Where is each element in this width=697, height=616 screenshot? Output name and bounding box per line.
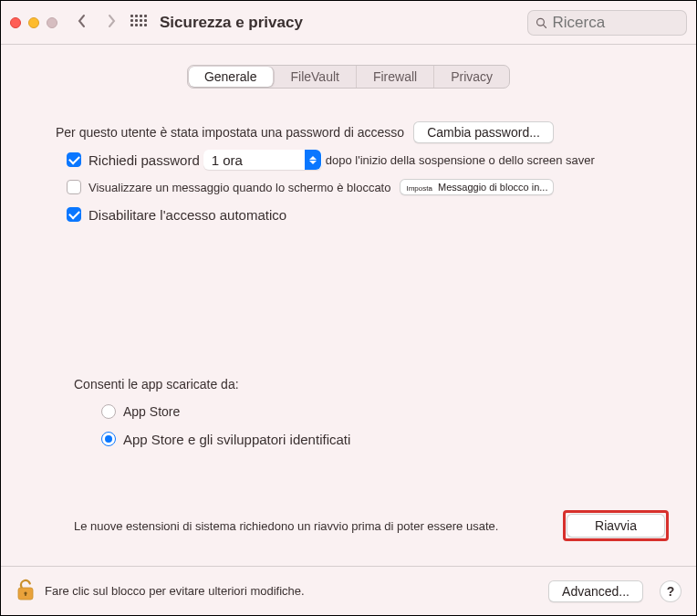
allow-apps-heading: Consenti le app scaricate da: [74,377,239,392]
login-password-section: Per questo utente è stata impostata una … [28,116,669,231]
show-all-prefs-button[interactable] [130,15,147,31]
require-password-delay-popup[interactable]: 1 ora [203,150,322,170]
preferences-window: Sicurezza e privacy Generale FileVault F… [0,0,697,616]
tab-filevault[interactable]: FileVault [275,66,357,88]
password-set-row: Per questo utente è stata impostata una … [28,121,669,143]
search-icon [536,16,546,29]
restart-row: Le nuove estensioni di sistema richiedon… [28,510,669,541]
disable-auto-login-label: Disabilitare l'accesso automatico [88,207,286,223]
window-controls [10,17,57,28]
back-button[interactable] [76,14,88,31]
fullscreen-window-button[interactable] [47,17,57,28]
allow-apps-section: Consenti le app scaricate da: App Store … [28,368,669,455]
close-window-button[interactable] [10,17,21,28]
forward-button[interactable] [105,14,118,31]
set-lock-message-prefix: Imposta [406,184,432,193]
bottom-bar: Fare clic sul blocco per evitare ulterio… [1,566,696,615]
allow-apps-appstore-radio[interactable] [101,404,116,419]
titlebar: Sicurezza e privacy [1,1,696,45]
allow-apps-identified-label: App Store e gli sviluppatori identificat… [123,432,350,447]
require-password-label: Richiedi password [88,152,200,168]
search-field-container[interactable] [527,10,687,36]
require-password-checkbox[interactable] [67,152,81,167]
restart-highlight-box: Riavvia [563,510,669,541]
show-lock-message-row: Visualizzare un messaggio quando lo sche… [28,176,669,198]
change-password-button[interactable]: Cambia password... [413,121,554,143]
set-lock-message-text: Messaggio di blocco in... [438,182,547,193]
lock-button[interactable] [16,578,36,604]
require-password-suffix: dopo l'inizio della sospensione o dello … [326,153,595,167]
password-set-text: Per questo utente è stata impostata una … [56,125,404,140]
tab-firewall[interactable]: Firewall [357,66,434,88]
restart-button[interactable]: Riavvia [567,514,665,538]
set-lock-message-button[interactable]: Imposta Messaggio di blocco in... [400,179,554,195]
unlocked-lock-icon [16,578,36,601]
chevron-left-icon [76,14,88,28]
show-lock-message-label: Visualizzare un messaggio quando lo sche… [88,181,390,194]
require-password-row: Richiedi password 1 ora dopo l'inizio de… [28,149,669,171]
svg-rect-4 [25,593,26,596]
content-area: Generale FileVault Firewall Privacy Per … [1,45,696,566]
popup-stepper-icon [305,150,321,170]
allow-apps-identified-radio[interactable] [101,432,116,446]
show-lock-message-checkbox[interactable] [67,180,81,194]
minimize-window-button[interactable] [28,17,39,28]
disable-auto-login-checkbox[interactable] [67,207,81,222]
nav-arrows [76,14,118,31]
disable-auto-login-row: Disabilitare l'accesso automatico [28,204,669,225]
tab-bar: Generale FileVault Firewall Privacy [187,65,510,89]
allow-apps-appstore-label: App Store [123,404,180,419]
chevron-right-icon [105,14,118,28]
tab-general[interactable]: Generale [189,67,274,87]
tab-privacy[interactable]: Privacy [434,66,509,88]
search-input[interactable] [550,13,679,33]
window-title: Sicurezza e privacy [160,14,303,32]
svg-line-1 [544,25,546,27]
require-password-delay-value: 1 ora [210,152,305,168]
lock-hint-text: Fare clic sul blocco per evitare ulterio… [45,584,305,598]
help-button[interactable]: ? [660,580,681,602]
advanced-button[interactable]: Advanced... [548,580,643,602]
restart-message: Le nuove estensioni di sistema richiedon… [74,519,498,533]
